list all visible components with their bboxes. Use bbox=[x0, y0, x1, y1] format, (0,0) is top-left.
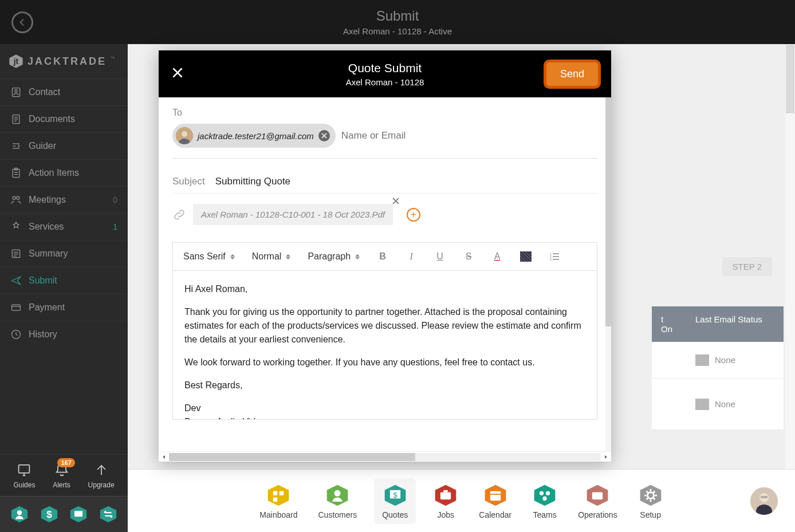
hscroll-right-arrow[interactable] bbox=[601, 452, 611, 462]
upgrade-label: Upgrade bbox=[88, 481, 115, 489]
bottomnav-operations[interactable]: Operations bbox=[574, 483, 620, 519]
top-bar: Submit Axel Roman - 10128 - Active bbox=[0, 0, 795, 44]
sidebar-item-guider[interactable]: Guider bbox=[0, 132, 128, 159]
plus-icon: + bbox=[411, 210, 416, 220]
guides-button[interactable]: Guides bbox=[13, 462, 35, 489]
sidebar-item-services[interactable]: Services 1 bbox=[0, 213, 128, 240]
sidebar: jt JACKTRADE ™ Contact Documents Guider … bbox=[0, 44, 128, 532]
history-icon bbox=[10, 329, 22, 340]
sidebar-hex-swap[interactable] bbox=[99, 505, 118, 524]
alerts-label: Alerts bbox=[53, 481, 70, 489]
svg-rect-42 bbox=[444, 490, 448, 492]
sidebar-item-meetings[interactable]: Meetings 0 bbox=[0, 186, 128, 213]
sidebar-item-payment[interactable]: Payment bbox=[0, 294, 128, 321]
upgrade-button[interactable]: Upgrade bbox=[88, 462, 115, 489]
italic-button[interactable]: I bbox=[406, 251, 417, 262]
remove-attachment-button[interactable] bbox=[391, 196, 401, 208]
svg-marker-31 bbox=[268, 484, 289, 506]
logo-trademark: ™ bbox=[110, 56, 115, 61]
hscroll-left-arrow[interactable] bbox=[159, 452, 169, 462]
bottomnav-teams[interactable]: Teams bbox=[529, 483, 561, 519]
close-icon bbox=[391, 196, 401, 206]
sidebar-item-summary[interactable]: Summary bbox=[0, 240, 128, 267]
svg-point-36 bbox=[334, 490, 341, 496]
modal-header: Quote Submit Axel Roman - 10128 Send bbox=[159, 50, 611, 97]
modal-vscrollbar[interactable] bbox=[605, 97, 611, 451]
modal-hscrollbar[interactable] bbox=[159, 451, 611, 462]
send-button[interactable]: Send bbox=[545, 61, 600, 88]
format-select[interactable]: Paragraph bbox=[308, 251, 360, 262]
svg-point-3 bbox=[15, 89, 17, 92]
avatar-icon bbox=[176, 127, 193, 144]
recipient-input[interactable] bbox=[341, 130, 597, 141]
sidebar-label: Action Items bbox=[29, 168, 79, 178]
bottomnav-calendar[interactable]: Calendar bbox=[475, 483, 515, 519]
svg-rect-29 bbox=[74, 511, 82, 517]
attachment-chip[interactable]: Axel Roman - 10128-C10-001 - 18 Oct 2023… bbox=[193, 204, 393, 225]
svg-point-60 bbox=[182, 131, 187, 137]
sidebar-label: Guider bbox=[29, 141, 56, 151]
bottomnav-quotes[interactable]: $ Quotes bbox=[374, 478, 416, 524]
font-family-select[interactable]: Sans Serif bbox=[183, 251, 235, 262]
teams-hex-icon bbox=[532, 483, 557, 508]
page-title: Submit bbox=[343, 8, 452, 24]
svg-marker-68 bbox=[163, 455, 165, 459]
services-icon bbox=[10, 221, 22, 232]
font-size-value: Normal bbox=[252, 251, 282, 262]
back-button[interactable] bbox=[11, 11, 33, 33]
highlight-button[interactable] bbox=[520, 251, 532, 262]
logo[interactable]: jt JACKTRADE ™ bbox=[0, 44, 128, 78]
subject-value[interactable]: Submitting Quote bbox=[215, 176, 290, 187]
add-attachment-button[interactable]: + bbox=[407, 208, 420, 222]
editor-toolbar: Sans Serif Normal Paragraph B I U S A 12… bbox=[172, 242, 597, 271]
setup-hex-icon bbox=[638, 483, 663, 508]
attachment-row: Axel Roman - 10128-C10-001 - 18 Oct 2023… bbox=[172, 204, 597, 225]
alerts-count-badge: 167 bbox=[57, 458, 74, 467]
sidebar-item-documents[interactable]: Documents bbox=[0, 105, 128, 132]
svg-rect-32 bbox=[273, 491, 277, 495]
bottomnav-label: Jobs bbox=[438, 510, 455, 519]
text-color-button[interactable]: A bbox=[491, 251, 503, 262]
triangle-left-icon bbox=[162, 455, 166, 459]
modal-vscrollbar-thumb[interactable] bbox=[605, 97, 611, 326]
bottomnav-label: Quotes bbox=[382, 510, 408, 519]
alerts-button[interactable]: 167 Alerts bbox=[53, 462, 70, 489]
sidebar-hex-row: $ bbox=[0, 496, 128, 532]
modal-close-button[interactable] bbox=[170, 65, 185, 82]
payment-icon bbox=[10, 302, 22, 313]
bold-button[interactable]: B bbox=[377, 251, 388, 262]
hscroll-thumb[interactable] bbox=[169, 453, 415, 461]
logo-hexagon-icon: jt bbox=[8, 53, 24, 69]
bottomnav-mainboard[interactable]: Mainboard bbox=[256, 483, 301, 519]
bottomnav-jobs[interactable]: Jobs bbox=[430, 483, 462, 519]
sidebar-badge: 0 bbox=[113, 195, 117, 204]
svg-point-49 bbox=[542, 496, 546, 500]
remove-recipient-button[interactable] bbox=[318, 130, 330, 141]
svg-text:jt: jt bbox=[13, 57, 19, 66]
underline-button[interactable]: U bbox=[434, 251, 446, 262]
bottomnav-customers[interactable]: Customers bbox=[315, 483, 361, 519]
body-paragraph: We look forward to working together. If … bbox=[184, 356, 585, 369]
svg-text:$: $ bbox=[393, 490, 397, 499]
font-size-select[interactable]: Normal bbox=[252, 251, 291, 262]
sidebar-item-contact[interactable]: Contact bbox=[0, 78, 128, 105]
sidebar-item-submit[interactable]: Submit bbox=[0, 267, 128, 294]
page-title-wrap: Submit Axel Roman - 10128 - Active bbox=[343, 8, 452, 36]
select-caret-icon bbox=[230, 254, 235, 259]
email-body-editor[interactable]: Hi Axel Roman, Thank you for giving us t… bbox=[172, 271, 597, 420]
strikethrough-button[interactable]: S bbox=[463, 251, 474, 262]
svg-point-47 bbox=[540, 491, 544, 495]
sidebar-hex-chat[interactable] bbox=[69, 505, 88, 524]
sidebar-hex-dollar[interactable]: $ bbox=[40, 505, 59, 524]
bottomnav-label: Customers bbox=[318, 510, 357, 519]
close-icon bbox=[321, 132, 328, 139]
quote-submit-modal: Quote Submit Axel Roman - 10128 Send To … bbox=[159, 50, 611, 462]
list-button[interactable]: 123 bbox=[549, 251, 560, 262]
sidebar-item-history[interactable]: History bbox=[0, 321, 128, 348]
subject-row: Subject Submitting Quote bbox=[172, 176, 597, 194]
sidebar-item-action-items[interactable]: Action Items bbox=[0, 159, 128, 186]
sidebar-label: Documents bbox=[29, 114, 75, 124]
user-avatar[interactable] bbox=[750, 487, 778, 515]
sidebar-hex-user[interactable] bbox=[10, 505, 29, 524]
bottomnav-setup[interactable]: Setup bbox=[635, 483, 667, 519]
